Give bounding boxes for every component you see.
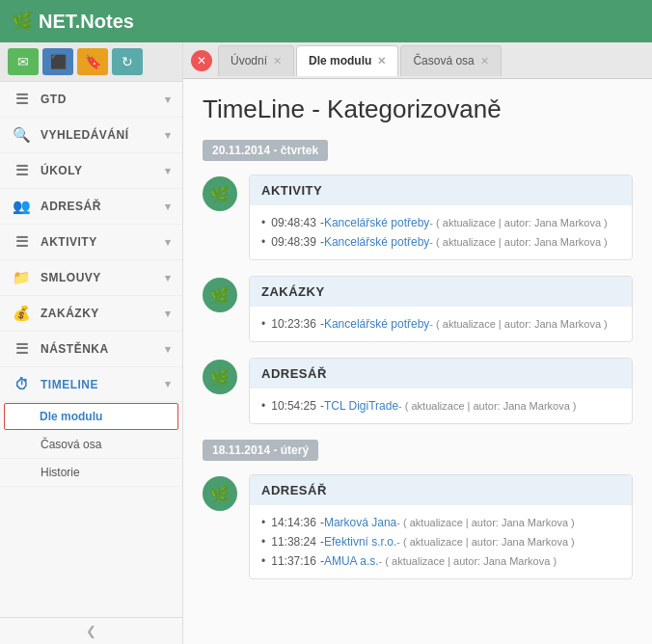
adresar-card-header-2: ADRESÁŘ bbox=[250, 475, 632, 505]
refresh-button[interactable]: ↻ bbox=[112, 48, 143, 75]
sub-nav-casova-osa[interactable]: Časová osa bbox=[0, 431, 182, 459]
date-badge-2: 18.11.2014 - úterý bbox=[203, 440, 318, 461]
entry-time: 10:23:36 bbox=[271, 317, 316, 331]
sidebar-nav: ☰ GTD ▾ 🔍 VYHLEDÁVÁNÍ ▾ ☰ ÚKOLY ▾ 👥 ADRE… bbox=[0, 82, 182, 617]
tab-close-icon[interactable]: ✕ bbox=[273, 55, 282, 67]
aktivity-card-header: AKTIVITY bbox=[250, 175, 632, 205]
sidebar-item-label: AKTIVITY bbox=[41, 235, 97, 249]
tl-entry: 10:54:25 - TCL DigiTrade - ( aktualizace… bbox=[261, 396, 620, 416]
sidebar-item-label: TIMELINE bbox=[41, 378, 98, 391]
chevron-icon: ▾ bbox=[165, 378, 172, 390]
chevron-icon: ▾ bbox=[165, 94, 172, 106]
gtd-icon: ☰ bbox=[12, 91, 33, 108]
sidebar-item-timeline[interactable]: ⏱ TIMELINE ▾ bbox=[0, 367, 182, 402]
entry-time: 11:38:24 bbox=[271, 535, 316, 549]
adresar-card-header-1: ADRESÁŘ bbox=[250, 359, 632, 389]
collapse-icon: ❮ bbox=[86, 624, 96, 638]
ukoly-icon: ☰ bbox=[12, 162, 33, 179]
entry-meta: - ( aktualizace | autor: Jana Markova ) bbox=[429, 217, 607, 228]
entry-link[interactable]: AMUA a.s. bbox=[324, 554, 379, 568]
sidebar-item-nastenka[interactable]: ☰ NÁSTĚNKA ▾ bbox=[0, 332, 182, 367]
zakazky-tl-icon: 🌿 bbox=[203, 278, 237, 312]
entry-time: 10:54:25 bbox=[271, 399, 316, 413]
entry-link[interactable]: Kancelářské potřeby bbox=[324, 235, 429, 249]
entry-meta: - ( aktualizace | autor: Jana Markova ) bbox=[396, 517, 574, 528]
logo-icon: 🌿 bbox=[12, 11, 33, 32]
sidebar-collapse-button[interactable]: ❮ bbox=[0, 617, 182, 644]
tab-close-icon[interactable]: ✕ bbox=[377, 55, 386, 67]
entry-time: 11:37:16 bbox=[271, 554, 316, 568]
smlouvy-icon: 📁 bbox=[12, 269, 33, 286]
tl-entry: 10:23:36 - Kancelářské potřeby - ( aktua… bbox=[261, 314, 620, 334]
sidebar-item-smlouvy[interactable]: 📁 SMLOUVY ▾ bbox=[0, 260, 182, 296]
date-badge-1: 20.11.2014 - čtvrtek bbox=[203, 140, 328, 161]
adresar-tl-icon: 🌿 bbox=[203, 360, 237, 394]
sidebar-item-vyhledavani[interactable]: 🔍 VYHLEDÁVÁNÍ ▾ bbox=[0, 118, 182, 153]
nastenka-icon: ☰ bbox=[12, 340, 33, 358]
chevron-icon: ▾ bbox=[165, 129, 172, 142]
chevron-icon: ▾ bbox=[165, 165, 172, 177]
tab-close-icon[interactable]: ✕ bbox=[480, 55, 489, 67]
sidebar-item-label: ÚKOLY bbox=[41, 164, 82, 177]
entry-meta: - ( aktualizace | autor: Jana Markova ) bbox=[379, 555, 557, 567]
page-title: TimeLine - Kategorizovaně bbox=[203, 94, 633, 124]
sidebar-item-zakazky[interactable]: 💰 ZAKÁZKY ▾ bbox=[0, 296, 182, 332]
chevron-icon: ▾ bbox=[165, 236, 172, 249]
entry-link[interactable]: Kancelářské potřeby bbox=[324, 216, 429, 229]
tl-entry: 09:48:39 - Kancelářské potřeby - ( aktua… bbox=[261, 232, 620, 252]
timeline-group-aktivity: 🌿 AKTIVITY 09:48:43 - Kancelářské potřeb… bbox=[203, 174, 633, 260]
tl-entry: 11:37:16 - AMUA a.s. - ( aktualizace | a… bbox=[261, 551, 620, 571]
entry-time: 14:14:36 bbox=[271, 516, 316, 529]
close-all-icon: ✕ bbox=[197, 54, 206, 67]
tab-dle-modulu[interactable]: Dle modulu ✕ bbox=[296, 45, 398, 76]
entry-time: 09:48:43 bbox=[271, 216, 316, 229]
chevron-icon: ▾ bbox=[165, 308, 172, 320]
aktivity-icon: ☰ bbox=[12, 233, 33, 251]
timeline-group-adresar-2: 🌿 ADRESÁŘ 14:14:36 - Marková Jana - ( ak… bbox=[203, 474, 633, 579]
adresar-icon: 👥 bbox=[12, 198, 33, 215]
tabs-bar: ✕ Úvodní ✕ Dle modulu ✕ Časová osa ✕ bbox=[183, 42, 652, 79]
sidebar-item-ukoly[interactable]: ☰ ÚKOLY ▾ bbox=[0, 153, 182, 189]
adresar-card-body-2: 14:14:36 - Marková Jana - ( aktualizace … bbox=[250, 505, 632, 578]
timeline-section-2: 18.11.2014 - úterý 🌿 ADRESÁŘ 14:14:36 - … bbox=[203, 440, 633, 579]
entry-link[interactable]: TCL DigiTrade bbox=[324, 399, 398, 413]
entry-meta: - ( aktualizace | autor: Jana Markova ) bbox=[396, 536, 574, 548]
sidebar-item-adresar[interactable]: 👥 ADRESÁŘ ▾ bbox=[0, 189, 182, 225]
zakazky-card-body: 10:23:36 - Kancelářské potřeby - ( aktua… bbox=[250, 307, 632, 341]
sidebar-item-gtd[interactable]: ☰ GTD ▾ bbox=[0, 82, 182, 118]
entry-meta: - ( aktualizace | autor: Jana Markova ) bbox=[429, 318, 607, 330]
timeline-section-1: 20.11.2014 - čtvrtek 🌿 AKTIVITY 09:48:43… bbox=[203, 140, 633, 424]
content-area: ✕ Úvodní ✕ Dle modulu ✕ Časová osa ✕ Tim… bbox=[183, 42, 652, 644]
email-button[interactable]: ✉ bbox=[8, 48, 39, 75]
tab-uvodni[interactable]: Úvodní ✕ bbox=[218, 45, 294, 76]
entry-link[interactable]: Efektivní s.r.o. bbox=[324, 535, 396, 549]
page-content: TimeLine - Kategorizovaně 20.11.2014 - č… bbox=[183, 79, 652, 644]
main-layout: ✉ ⬛ 🔖 ↻ ☰ GTD ▾ 🔍 VYHLEDÁVÁNÍ ▾ ☰ ÚKOLY … bbox=[0, 42, 652, 644]
sidebar-item-aktivity[interactable]: ☰ AKTIVITY ▾ bbox=[0, 225, 182, 260]
aktivity-tl-icon: 🌿 bbox=[203, 176, 237, 211]
timeline-group-zakazky: 🌿 ZAKÁZKY 10:23:36 - Kancelářské potřeby… bbox=[203, 276, 633, 342]
tab-label: Časová osa bbox=[413, 54, 474, 67]
tl-entry: 09:48:43 - Kancelářské potřeby - ( aktua… bbox=[261, 213, 620, 232]
chevron-icon: ▾ bbox=[165, 272, 172, 284]
app-title: NET.Notes bbox=[39, 11, 134, 33]
entry-meta: - ( aktualizace | autor: Jana Markova ) bbox=[398, 400, 576, 412]
entry-time: 09:48:39 bbox=[271, 235, 316, 249]
sub-nav-dle-modulu[interactable]: Dle modulu bbox=[4, 403, 178, 430]
entry-link[interactable]: Kancelářské potřeby bbox=[324, 317, 429, 331]
zakazky-card: ZAKÁZKY 10:23:36 - Kancelářské potřeby -… bbox=[249, 276, 633, 342]
bookmark-button[interactable]: 🔖 bbox=[77, 48, 108, 75]
adresar-card-1: ADRESÁŘ 10:54:25 - TCL DigiTrade - ( akt… bbox=[249, 358, 633, 424]
tab-label: Úvodní bbox=[231, 54, 267, 67]
aktivity-card: AKTIVITY 09:48:43 - Kancelářské potřeby … bbox=[249, 174, 633, 260]
sidebar-item-label: VYHLEDÁVÁNÍ bbox=[41, 128, 129, 142]
entry-link[interactable]: Marková Jana bbox=[324, 516, 396, 529]
calendar-button[interactable]: ⬛ bbox=[42, 48, 73, 75]
chevron-icon: ▾ bbox=[165, 201, 172, 213]
entry-meta: - ( aktualizace | autor: Jana Markova ) bbox=[429, 236, 607, 248]
tab-casova-osa[interactable]: Časová osa ✕ bbox=[400, 45, 501, 76]
sub-nav-historie[interactable]: Historie bbox=[0, 459, 182, 487]
close-all-tabs-button[interactable]: ✕ bbox=[191, 50, 212, 71]
zakazky-card-header: ZAKÁZKY bbox=[250, 277, 632, 307]
zakazky-icon: 💰 bbox=[12, 305, 33, 322]
